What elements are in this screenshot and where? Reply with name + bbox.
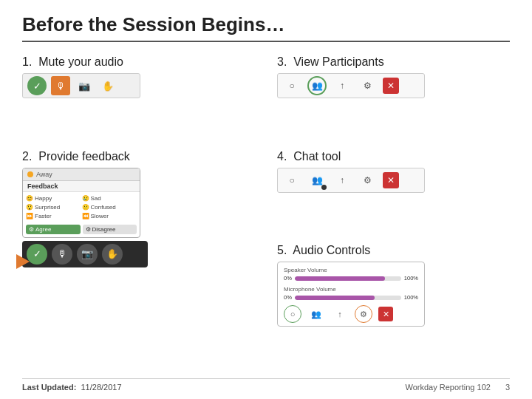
item-5-label: 5. Audio Controls bbox=[277, 244, 510, 257]
agree-button[interactable]: ⚙ Agree bbox=[26, 225, 81, 234]
confused-icon: 😕 bbox=[82, 204, 89, 211]
cam-btn[interactable]: 📷 bbox=[77, 244, 98, 265]
item-3: 3. View Participants ○ 👥 ↑ ⚙ ✕ bbox=[277, 55, 510, 140]
chat-people-icon[interactable]: 👥 bbox=[307, 171, 327, 190]
speaker-fill bbox=[295, 276, 385, 281]
audio-gear-btn[interactable]: ⚙ bbox=[355, 305, 372, 323]
item-2: 2. Provide feedback Away Feedback 😊 Happ… bbox=[22, 150, 255, 368]
share-icon-2[interactable]: ↑ bbox=[332, 171, 352, 190]
check-btn[interactable]: ✓ bbox=[27, 244, 47, 265]
course-name: Workday Reporting 102 bbox=[406, 383, 491, 392]
agree-icon: ⚙ bbox=[29, 226, 34, 233]
away-dot bbox=[27, 171, 33, 177]
mic-min: 0% bbox=[284, 294, 292, 301]
chat-toolbar: ○ 👥 ↑ ⚙ ✕ bbox=[277, 168, 425, 193]
item-2-label: 2. Provide feedback bbox=[22, 150, 255, 163]
checkmark-icon[interactable]: ✓ bbox=[27, 76, 47, 95]
item-4: 4. Chat tool ○ 👥 ↑ ⚙ ✕ bbox=[277, 150, 510, 234]
disagree-button[interactable]: ⚙ Disagree bbox=[83, 225, 137, 234]
disagree-icon: ⚙ bbox=[86, 226, 91, 233]
bottom-toolbar: ✓ 🎙 📷 ✋ bbox=[22, 241, 148, 267]
audio-panel: Speaker Volume 0% 100% Microphone Volume… bbox=[277, 262, 425, 327]
feedback-slower: ⏪ Slower bbox=[82, 212, 137, 220]
footer: Last Updated: 11/28/2017 Workday Reporti… bbox=[22, 378, 510, 392]
page: Before the Session Begins… 1. Mute your … bbox=[0, 0, 532, 399]
footer-right: Workday Reporting 102 3 bbox=[406, 383, 511, 392]
feedback-surprised: 😲 Surprised bbox=[26, 203, 81, 211]
audio-toolbar: ○ 👥 ↑ ⚙ ✕ bbox=[284, 305, 418, 323]
item-1-label: 1. Mute your audio bbox=[22, 55, 255, 69]
feedback-happy: 😊 Happy bbox=[26, 194, 81, 202]
speaker-label: Speaker Volume bbox=[284, 267, 418, 273]
page-title: Before the Session Begins… bbox=[22, 13, 510, 42]
feedback-confused: 😕 Confused bbox=[82, 203, 137, 211]
content-grid: 1. Mute your audio ✓ 🎙 📷 ✋ 3. View Parti… bbox=[22, 55, 510, 378]
mic-track[interactable] bbox=[295, 296, 401, 300]
happy-icon: 😊 bbox=[26, 195, 33, 202]
item-1: 1. Mute your audio ✓ 🎙 📷 ✋ bbox=[22, 55, 255, 140]
bottom-toolbar-wrapper: ✓ 🎙 📷 ✋ bbox=[22, 241, 155, 267]
hand-raise-btn[interactable]: ✋ bbox=[102, 244, 123, 265]
slower-icon: ⏪ bbox=[82, 213, 89, 219]
feedback-actions: ⚙ Agree ⚙ Disagree bbox=[23, 222, 140, 237]
mute-toolbar: ✓ 🎙 📷 ✋ bbox=[22, 73, 140, 98]
arrow-indicator bbox=[16, 254, 30, 269]
audio-people-btn[interactable]: 👥 bbox=[307, 305, 325, 323]
feedback-panel: Away Feedback 😊 Happy 😢 Sad 😲 Surprised bbox=[22, 168, 140, 238]
feedback-faster: ⏩ Faster bbox=[26, 212, 81, 220]
audio-circle-btn[interactable]: ○ bbox=[284, 305, 301, 323]
item-5: 5. Audio Controls Speaker Volume 0% 100%… bbox=[277, 244, 510, 368]
participants-icon[interactable]: 👥 bbox=[307, 76, 327, 95]
mic-label: Microphone Volume bbox=[284, 286, 418, 293]
settings-icon[interactable]: ⚙ bbox=[358, 76, 377, 95]
camera-icon[interactable]: 📷 bbox=[75, 76, 94, 95]
faster-icon: ⏩ bbox=[26, 213, 33, 219]
close-icon[interactable]: ✕ bbox=[383, 78, 399, 94]
feedback-title: Feedback bbox=[23, 181, 140, 192]
mic-fill bbox=[295, 296, 375, 300]
item-4-label: 4. Chat tool bbox=[277, 150, 510, 163]
share-icon[interactable]: ↑ bbox=[332, 76, 352, 95]
close-icon-2[interactable]: ✕ bbox=[383, 172, 399, 188]
speaker-min: 0% bbox=[284, 275, 292, 282]
feedback-sad: 😢 Sad bbox=[82, 194, 137, 202]
footer-updated: Last Updated: 11/28/2017 bbox=[22, 383, 122, 392]
mic-mute-btn[interactable]: 🎙 bbox=[52, 244, 72, 265]
participants-toolbar: ○ 👥 ↑ ⚙ ✕ bbox=[277, 73, 425, 98]
circle-icon-2[interactable]: ○ bbox=[282, 171, 301, 190]
circle-icon[interactable]: ○ bbox=[282, 76, 301, 95]
speaker-max: 100% bbox=[404, 275, 418, 282]
mic-max: 100% bbox=[404, 294, 418, 301]
audio-share-btn[interactable]: ↑ bbox=[331, 305, 349, 323]
audio-close-btn[interactable]: ✕ bbox=[378, 307, 393, 321]
surprised-icon: 😲 bbox=[26, 204, 33, 211]
item-3-label: 3. View Participants bbox=[277, 55, 510, 69]
sad-icon: 😢 bbox=[82, 195, 89, 202]
speaker-track[interactable] bbox=[295, 276, 401, 281]
mic-icon[interactable]: 🎙 bbox=[51, 76, 70, 95]
hand-icon[interactable]: ✋ bbox=[98, 76, 117, 95]
speaker-slider-row: 0% 100% bbox=[284, 275, 418, 282]
speaker-volume-row: Speaker Volume 0% 100% bbox=[284, 267, 418, 282]
mic-volume-row: Microphone Volume 0% 100% bbox=[284, 286, 418, 301]
feedback-items: 😊 Happy 😢 Sad 😲 Surprised 😕 Confused bbox=[23, 192, 140, 222]
mic-slider-row: 0% 100% bbox=[284, 294, 418, 301]
settings-icon-2[interactable]: ⚙ bbox=[358, 171, 377, 190]
feedback-header: Away bbox=[23, 168, 140, 181]
page-number: 3 bbox=[505, 383, 510, 392]
